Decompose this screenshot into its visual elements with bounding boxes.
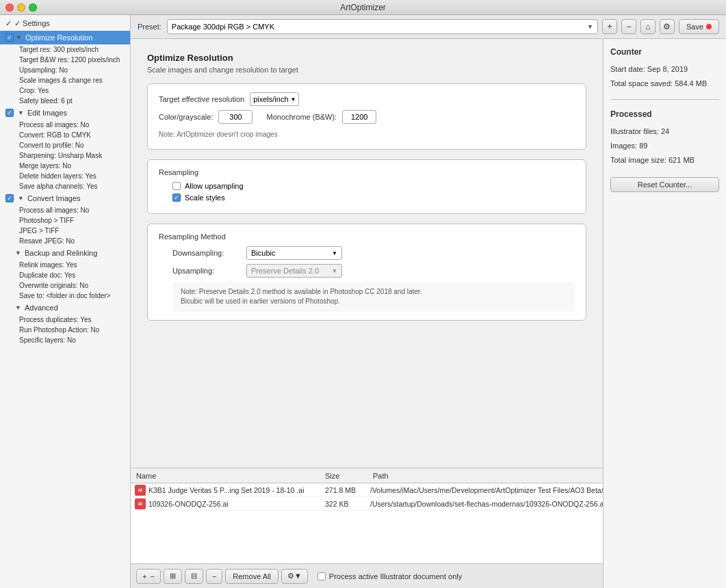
optimize-item-4: Crop: Yes (0, 85, 130, 96)
import-icon: ⊞ (170, 572, 176, 580)
file-icon: ai (135, 485, 146, 496)
sidebar-item-backup[interactable]: ▼ Backup and Relinking (0, 246, 130, 260)
backup-label: Backup and Relinking (25, 249, 97, 257)
total-saved-value: 584.4 MB (675, 79, 707, 88)
main-content: ✓ ✓ Settings ✓ ▼ Optimize Resolution Tar… (0, 15, 726, 588)
upsampling-row: Upsampling: Preserve Details 2.0 ▼ (159, 264, 575, 278)
convert-checkbox[interactable]: ✓ (5, 194, 14, 202)
content-area: Optimize Resolution Scale images and cha… (131, 39, 726, 588)
file-remove-icon: − (212, 572, 216, 580)
preset-select[interactable]: Package 300dpi RGB > CMYK ▼ (167, 19, 598, 34)
edit-item-1: Convert: RGB to CMYK (0, 130, 130, 140)
upsampling-select[interactable]: Preserve Details 2.0 ▼ (246, 264, 342, 278)
preset-tag-button[interactable]: ⌂ (640, 19, 656, 34)
sidebar-item-convert-images[interactable]: ✓ ▼ Convert Images (0, 191, 130, 205)
preset-add-button[interactable]: + (602, 19, 617, 34)
sidebar-item-optimize-resolution[interactable]: ✓ ▼ Optimize Resolution (0, 31, 130, 44)
unit-value: pixels/inch (253, 95, 288, 103)
sidebar-item-edit-images[interactable]: ✓ ▼ Edit Images (0, 106, 130, 120)
preset-label: Preset: (138, 23, 161, 31)
sidebar-item-advanced[interactable]: ▼ Advanced (0, 301, 130, 315)
target-res-row: Target effective resolution pixels/inch … (159, 92, 575, 106)
unit-select[interactable]: pixels/inch ▼ (250, 92, 299, 106)
crop-note: Note: ArtOptimizer doesn't crop images (159, 128, 575, 141)
counter-title: Counter (610, 47, 719, 57)
color-label: Color/grayscale: (159, 113, 213, 121)
resampling-method-title: Resampling Method (159, 232, 575, 241)
preset-remove-button[interactable]: − (621, 19, 636, 34)
preset-arrow-icon: ▼ (587, 23, 593, 30)
allow-upsampling-row: Allow upsampling (159, 182, 575, 190)
add-file-button[interactable]: + − (136, 569, 161, 584)
presets-bar: Preset: Package 300dpi RGB > CMYK ▼ + − … (131, 15, 726, 39)
color-input[interactable] (218, 110, 252, 124)
window-title: ArtOptimizer (340, 3, 386, 12)
reset-counter-button[interactable]: Reset Counter... (610, 177, 719, 192)
upsampling-label: Upsampling: (172, 267, 241, 275)
color-row: Color/grayscale: Monochrome (B&W): (159, 110, 575, 124)
images-row: Images: 89 (610, 142, 719, 150)
scale-styles-label: Scale styles (185, 193, 225, 202)
remove-all-button[interactable]: Remove All (225, 569, 278, 584)
backup-item-0: Relink images: Yes (0, 260, 130, 270)
minimize-button[interactable] (17, 3, 25, 12)
save-button[interactable]: Save (679, 19, 719, 34)
plus-icon: + (142, 572, 146, 580)
settings-gear-button[interactable]: ⚙▼ (281, 569, 308, 584)
optimize-item-1: Target B&W res: 1200 pixels/inch (0, 55, 130, 65)
optimize-label: Optimize Resolution (25, 34, 92, 42)
downsampling-select[interactable]: Bicubic ▼ (246, 246, 342, 260)
method-note-text: Note: Preserve Details 2.0 method is ava… (181, 288, 422, 305)
section-desc: Scale images and change resolution to ta… (147, 66, 586, 74)
total-image-value: 621 MB (669, 156, 695, 164)
optimize-content: Optimize Resolution Scale images and cha… (131, 39, 603, 468)
target-res-label: Target effective resolution (159, 95, 244, 103)
table-row[interactable]: ai 109326-ONODQZ-256.ai 322 KB /Users/st… (131, 497, 603, 511)
sidebar-settings[interactable]: ✓ ✓ Settings (0, 15, 130, 31)
file-remove-button[interactable]: − (206, 569, 222, 584)
upsampling-value: Preserve Details 2.0 (251, 267, 319, 275)
scale-styles-checkbox[interactable]: ✓ (172, 193, 181, 202)
minus-icon: − (150, 572, 154, 580)
edit-item-5: Delete hidden layers: Yes (0, 171, 130, 181)
maximize-button[interactable] (29, 3, 37, 12)
resampling-title: Resampling (159, 168, 575, 176)
gear-icon: ⚙▼ (287, 572, 302, 580)
counter-panel: Counter Start date: Sep 8, 2019 Total sp… (603, 39, 726, 588)
sidebar: ✓ ✓ Settings ✓ ▼ Optimize Resolution Tar… (0, 15, 131, 588)
convert-item-2: JPEG > TIFF (0, 226, 130, 236)
process-check-row: Process active Illustrator document only (317, 572, 462, 580)
edit-checkbox[interactable]: ✓ (5, 109, 14, 117)
downsampling-label: Downsampling: (172, 249, 241, 257)
unit-arrow-icon: ▼ (291, 96, 296, 103)
illustrator-label: Illustrator files: (610, 127, 659, 135)
settings-label: ✓ Settings (14, 19, 50, 28)
total-image-label: Total image size: (610, 156, 666, 164)
resampling-box: Resampling Allow upsampling ✓ Scale styl… (147, 159, 586, 214)
optimize-item-3: Scale images & change res (0, 75, 130, 85)
start-date-row: Start date: Sep 8, 2019 (610, 65, 719, 73)
right-panel: Preset: Package 300dpi RGB > CMYK ▼ + − … (131, 15, 726, 588)
images-label: Images: (610, 142, 637, 150)
optimize-checkbox[interactable]: ✓ (5, 34, 14, 42)
edit-item-2: Convert to profile: No (0, 140, 130, 150)
main-panel: Optimize Resolution Scale images and cha… (131, 39, 603, 588)
close-button[interactable] (5, 3, 14, 12)
red-dot-icon (706, 24, 712, 29)
import-button[interactable]: ⊞ (164, 569, 182, 584)
table-row[interactable]: ai K3B1 Judge Veritas 5 P...ing Set 2019… (131, 483, 603, 497)
file-icon: ai (135, 498, 146, 509)
preset-gear-button[interactable]: ⚙ (660, 19, 675, 34)
convert-item-1: Photoshop > TIFF (0, 215, 130, 226)
images-value: 89 (639, 142, 647, 150)
export-icon: ⊟ (191, 572, 197, 580)
allow-upsampling-checkbox[interactable] (172, 182, 181, 190)
mono-input[interactable] (342, 110, 376, 124)
titlebar: ArtOptimizer (0, 0, 726, 15)
upsampling-arrow-icon: ▼ (332, 268, 337, 274)
start-date-value: Sep 8, 2019 (647, 65, 688, 73)
file-table-header: Name Size Path (131, 468, 603, 483)
process-check-checkbox[interactable] (317, 572, 326, 580)
checkmark-icon: ✓ (5, 19, 12, 28)
export-button[interactable]: ⊟ (185, 569, 203, 584)
